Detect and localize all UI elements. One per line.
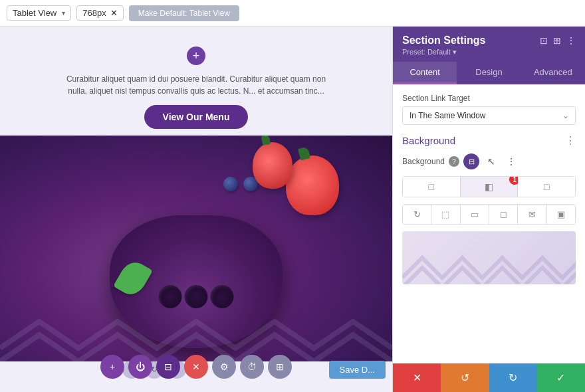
tab-content-label: Content [410,67,440,77]
toolbar-history-button[interactable]: ⏱ [240,355,264,379]
chevron-pattern [0,308,392,361]
confirm-icon: ✓ [556,371,565,384]
close-icon: ✕ [192,361,200,372]
save-button[interactable]: Save D... [329,361,386,379]
view-select-label: Tablet View [13,8,57,18]
strawberry-large [286,155,339,215]
layout-icon: ⊞ [276,361,284,372]
sub-style-map[interactable]: ✉ [518,205,546,224]
view-menu-button[interactable]: View Our Menu [144,105,249,129]
extra-icon: ▣ [557,209,565,219]
tab-advanced[interactable]: Advanced [521,62,585,84]
background-help-icon[interactable]: ? [449,156,459,167]
blackberry-3 [211,285,234,308]
style-type-none[interactable]: □ [518,177,575,197]
footer-undo-button[interactable]: ↺ [441,363,489,392]
panel-header-icons: ⊡ ⊞ ⋮ [540,35,576,46]
make-default-button[interactable]: Make Default: Tablet View [129,5,239,21]
link-target-select[interactable]: In The Same Window New Window None [402,106,576,125]
background-more-icon[interactable]: ⋮ [565,134,576,147]
tab-design[interactable]: Design [457,62,521,84]
link-target-wrapper: In The Same Window New Window None [402,106,576,125]
toolbar-add-button[interactable]: + [100,355,124,379]
panel-footer: ✕ ↺ ↻ ✓ [393,363,585,392]
image-icon: ⬚ [441,209,449,219]
plus-icon: + [193,49,200,63]
toolbar-close-button[interactable]: ✕ [184,355,208,379]
panel-columns-icon[interactable]: ⊞ [553,35,561,46]
background-section-header: Background ⋮ [402,134,576,147]
style-type-gradient[interactable]: ◧ 1 [461,177,519,197]
toolbar-power-button[interactable]: ⏻ [128,355,152,379]
tab-advanced-label: Advanced [534,67,572,77]
background-dots-button[interactable]: ⋮ [503,153,519,169]
background-preview [402,231,576,284]
top-bar: Tablet View ▾ 768px ✕ Make Default: Tabl… [0,0,585,27]
pattern-icon: ↻ [413,209,421,219]
redo-icon: ↻ [509,371,517,384]
px-close-icon[interactable]: ✕ [110,8,118,18]
background-row: Background ? ⊟ ↖ ⋮ [402,153,576,169]
blackberry-2 [185,285,208,308]
map-icon: ✉ [528,209,536,219]
view-select-arrow: ▾ [62,9,65,17]
bg-grid-icon: ⊟ [469,157,475,166]
blueberry-group [222,175,259,195]
px-input[interactable]: 768px ✕ [76,5,123,21]
video-icon: ▭ [471,209,479,219]
sub-style-extra[interactable]: ▣ [547,205,575,224]
toolbar-settings-button[interactable]: ⚙ [212,355,236,379]
panel-body: Section Link Target In The Same Window N… [393,84,585,363]
sub-style-pattern[interactable]: ↻ [403,205,431,224]
settings-icon: ⚙ [220,361,229,372]
cancel-icon: ✕ [413,371,421,384]
panel-preset[interactable]: Preset: Default ▾ [402,48,576,56]
color-icon: □ [429,181,434,192]
save-label: Save D... [340,365,375,375]
preview-chevrons [402,245,576,284]
panel-tabs: Content Design Advanced [393,62,585,84]
canvas-content: + Curabitur aliquet quam id dui posuere … [0,27,392,392]
none-icon: □ [544,181,549,192]
sub-style-video[interactable]: ▭ [461,205,489,224]
history-icon: ⏱ [247,361,257,372]
bottom-toolbar: + ⏻ ⊟ ✕ ⚙ ⏱ ⊞ [100,355,292,379]
blackberry-cluster [159,285,234,308]
right-panel: Section Settings ⊡ ⊞ ⋮ Preset: Default ▾… [392,27,585,392]
sub-style-row: ↻ ⬚ ▭ ◻ ✉ ▣ [402,204,576,225]
panel-header: Section Settings ⊡ ⊞ ⋮ Preset: Default ▾ [393,27,585,62]
background-cursor-button[interactable]: ↖ [483,153,499,169]
add-icon: + [110,361,115,372]
gradient-icon: ◧ [485,181,493,192]
px-value: 768px [82,8,106,18]
panel-title: Section Settings [402,35,485,47]
mask-icon: ◻ [500,209,507,219]
undo-icon: ↺ [461,371,469,384]
main-area: + Curabitur aliquet quam id dui posuere … [0,27,585,392]
blueberry-1 [223,177,238,191]
strawberry-medium [253,142,292,189]
tab-design-label: Design [475,67,502,77]
fruit-section [0,136,392,361]
panel-more-icon[interactable]: ⋮ [566,35,576,46]
sub-style-image[interactable]: ⬚ [431,205,460,224]
tab-content[interactable]: Content [393,62,457,84]
fruit-bowl-image [0,136,392,361]
background-icon-button[interactable]: ⊟ [463,153,479,169]
link-target-label: Section Link Target [402,94,576,103]
style-type-row: □ ◧ 1 □ [402,176,576,197]
footer-cancel-button[interactable]: ✕ [393,363,441,392]
style-type-color[interactable]: □ [403,177,461,197]
section-text: Curabitur aliquet quam id dui posuere bl… [63,73,329,97]
toolbar-layout-button[interactable]: ⊞ [268,355,292,379]
panel-grid-icon[interactable]: ⊡ [540,35,548,46]
panel-header-top: Section Settings ⊡ ⊞ ⋮ [402,35,576,47]
footer-redo-button[interactable]: ↻ [489,363,537,392]
delete-icon: ⊟ [164,361,172,372]
footer-confirm-button[interactable]: ✓ [537,363,585,392]
add-section-button[interactable]: + [187,47,205,65]
background-label: Background [402,157,445,166]
toolbar-delete-button[interactable]: ⊟ [156,355,180,379]
view-select[interactable]: Tablet View ▾ [7,5,71,21]
sub-style-mask[interactable]: ◻ [489,205,518,224]
